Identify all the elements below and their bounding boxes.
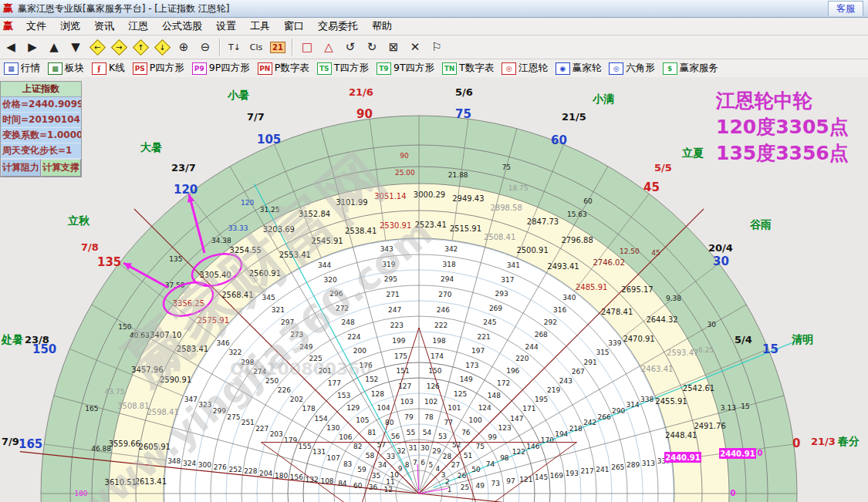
spiral-number: 251: [241, 419, 255, 426]
triangle-tool-icon[interactable]: △: [319, 38, 339, 56]
spiral-number: 131: [312, 448, 326, 456]
spiral-number: 78: [424, 413, 434, 421]
price-outer-ring-value: 3407.10: [150, 331, 181, 339]
spiral-number: 268: [535, 331, 548, 339]
sectors-label: 板块: [65, 62, 84, 75]
spiral-number: 266: [598, 413, 611, 421]
spiral-number: 344: [318, 261, 331, 269]
spiral-number: 75: [476, 443, 485, 450]
spiral-number: 145: [535, 473, 548, 481]
price-inner-ring-value: 2598.41: [147, 408, 178, 416]
zoom-in-icon[interactable]: ⊕: [174, 38, 194, 56]
menu-浏览[interactable]: 浏览: [53, 19, 87, 33]
toolbar-item-p-square[interactable]: PSP四方形: [133, 62, 184, 75]
spiral-number: 197: [471, 347, 485, 355]
spiral-number: 298: [241, 359, 254, 366]
spiral-number: 276: [214, 463, 227, 471]
menu-设置[interactable]: 设置: [209, 19, 243, 33]
spiral-number: 220: [515, 355, 529, 362]
wheel-outer-label: 45: [643, 180, 660, 194]
degree-ring-value: 180: [74, 490, 87, 497]
spiral-number: 4: [435, 465, 440, 473]
calendar-icon[interactable]: 21: [268, 38, 288, 56]
toolbar-item-gann-wheel[interactable]: ◎江恩轮: [502, 62, 548, 75]
toolbar-item-9p-square[interactable]: P99P四方形: [192, 62, 250, 75]
spiral-number: 2: [445, 478, 450, 486]
nav-left-icon[interactable]: ◀: [1, 38, 21, 56]
current-price-value: 2440.91: [720, 450, 755, 458]
square-tool-icon[interactable]: □: [297, 38, 317, 56]
flag-icon[interactable]: ⚐: [427, 38, 447, 56]
menu-交易委托[interactable]: 交易委托: [311, 19, 365, 33]
menu-工具[interactable]: 工具: [243, 19, 277, 33]
spiral-number: 296: [329, 290, 343, 298]
nav-up-icon[interactable]: ▲: [44, 38, 64, 56]
toolbar-item-winner-wheel[interactable]: ◉赢家轮: [556, 62, 602, 75]
pan-right-icon[interactable]: →: [109, 38, 129, 56]
toolbar-item-p-table[interactable]: PNP数字表: [258, 62, 309, 75]
zoom-out-icon[interactable]: ⊖: [195, 38, 215, 56]
spiral-number: 34: [378, 461, 387, 469]
p-table-label: P数字表: [275, 62, 309, 75]
toolbar-item-quotes[interactable]: ▦行情: [4, 62, 40, 75]
menu-窗口[interactable]: 窗口: [277, 19, 311, 33]
pan-down-icon[interactable]: ↓: [152, 38, 172, 56]
quarter-ring-value: 18.75: [508, 184, 529, 192]
menu-帮助[interactable]: 帮助: [365, 19, 399, 33]
toolbar-item-t-table[interactable]: TNT数字表: [442, 62, 494, 75]
view-toolbar: ▦行情▩板块ʄK线PSP四方形P99P四方形PNP数字表TST四方形T99T四方…: [0, 59, 868, 78]
title-bar: 赢 赢家江恩专业版[赢家服务平台] - [上证指数 江恩轮] 客服: [0, 0, 868, 18]
spiral-number: 172: [497, 379, 510, 387]
rotate-ccw-icon[interactable]: ↺: [340, 38, 360, 56]
spiral-number: 247: [388, 306, 401, 314]
menu-公式选股[interactable]: 公式选股: [155, 19, 209, 33]
menu-文件[interactable]: 文件: [19, 19, 53, 33]
price-outer-ring-value: 3356.25: [173, 299, 204, 308]
window-title: 赢家江恩专业版[赢家服务平台] - [上证指数 江恩轮]: [18, 2, 230, 15]
wheel-outer-label: 23/7: [171, 162, 196, 174]
spiral-number: 201: [319, 367, 332, 375]
pan-up-icon[interactable]: ↑: [130, 38, 150, 56]
quarter-ring-value: 21.88: [448, 171, 468, 179]
nav-right-icon[interactable]: ▶: [22, 38, 42, 56]
spiral-number: 130: [326, 424, 339, 432]
spiral-number: 294: [441, 275, 454, 283]
price-inner-ring-value: 2515.91: [450, 224, 481, 233]
spiral-number: 147: [510, 415, 523, 423]
delete-box-icon[interactable]: ⊠: [383, 38, 404, 56]
center-cross-icon[interactable]: ✕: [405, 38, 425, 56]
menu-logo-icon: 赢: [3, 19, 13, 33]
price-inner-ring-value: 2575.91: [198, 316, 229, 325]
nav-down-icon[interactable]: ▼: [66, 38, 86, 56]
wheel-outer-label: 150: [32, 342, 56, 356]
toolbar-item-t-square[interactable]: TST四方形: [317, 62, 369, 75]
pan-left-icon[interactable]: ←: [87, 38, 107, 56]
toolbar-item-hexagon[interactable]: ◎六角形: [609, 62, 655, 75]
spiral-number: 341: [507, 261, 520, 269]
menu-资讯[interactable]: 资讯: [87, 19, 121, 33]
wheel-outer-label: 21/6: [349, 86, 373, 98]
9p-square-label: 9P四方形: [209, 62, 250, 75]
menu-items: 文件浏览资讯江恩公式选股设置工具窗口交易委托帮助: [19, 19, 399, 33]
toolbar-item-winner-service[interactable]: $赢家服务: [663, 62, 718, 75]
toolbar-item-9t-square[interactable]: T99T四方形: [377, 62, 434, 75]
spiral-number: 98: [500, 454, 509, 462]
spiral-number: 322: [228, 349, 241, 356]
panel-button-计算支撑[interactable]: 计算支撑: [41, 159, 81, 177]
cls-button[interactable]: Cls: [246, 38, 266, 56]
price-inner-ring-value: 2545.91: [311, 237, 343, 245]
price-outer-ring-value: 3305.40: [199, 271, 231, 279]
panel-button-计算阻力[interactable]: 计算阻力: [1, 159, 41, 177]
quarter-ring-value: 25.00: [395, 169, 415, 177]
customer-service-button[interactable]: 客服: [828, 1, 863, 16]
spiral-number: 51: [464, 452, 472, 460]
spiral-number: 321: [272, 306, 285, 314]
spiral-number: 53: [438, 433, 447, 440]
rotate-cw-icon[interactable]: ↻: [362, 38, 382, 56]
t-arrow-icon[interactable]: T↓: [225, 38, 245, 56]
toolbar-item-kline[interactable]: ʄK线: [92, 62, 125, 75]
menu-江恩[interactable]: 江恩: [121, 19, 155, 33]
spiral-number: 82: [353, 443, 362, 450]
panel-buttons: 计算阻力计算支撑: [1, 159, 81, 177]
toolbar-item-sectors[interactable]: ▩板块: [48, 62, 84, 75]
